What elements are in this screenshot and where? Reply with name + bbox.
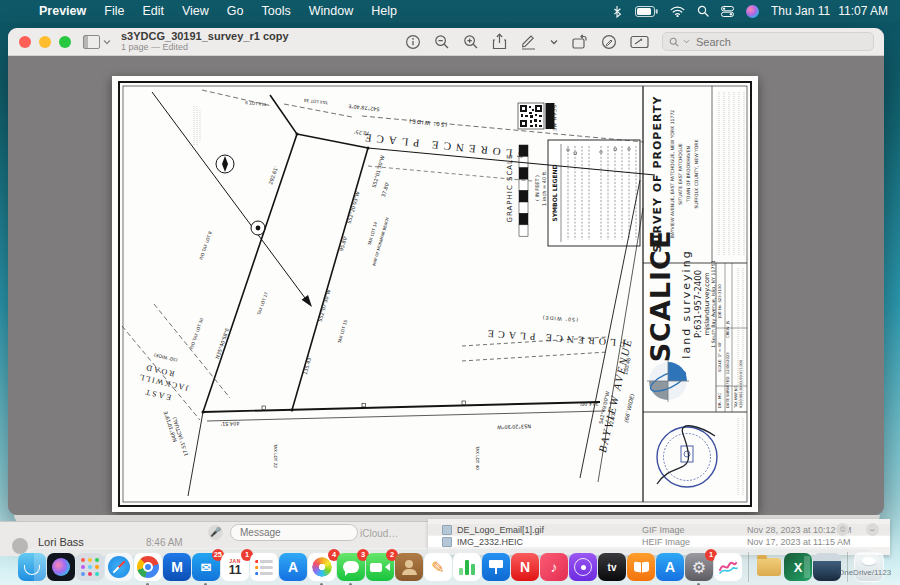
window-subtitle: 1 page — Edited <box>121 43 289 52</box>
menubar-clock[interactable]: 11:07 AM <box>838 4 888 18</box>
finder-row[interactable]: DE_Logo_Email[1].gif GIF Image Nov 28, 2… <box>428 524 890 535</box>
dock-icon-photos[interactable]: 4 <box>308 553 336 581</box>
dock-icon-settings[interactable]: ⚙1 <box>685 553 713 581</box>
dock-icon-launchpad[interactable] <box>76 553 104 581</box>
conversation-name[interactable]: Lori Bass <box>38 536 84 548</box>
control-center-icon[interactable] <box>721 6 734 17</box>
zoom-button[interactable] <box>59 36 71 48</box>
dictation-mic-icon[interactable]: 🎤 <box>208 525 223 540</box>
dock-icon-appstore-2[interactable]: A <box>656 553 684 581</box>
menu-view[interactable]: View <box>182 4 209 18</box>
dock-icon-reminders[interactable] <box>250 553 278 581</box>
dock-icon-freeform[interactable] <box>714 553 742 581</box>
share-button[interactable] <box>492 33 507 50</box>
job-no: JOB No. S23-3130 <box>717 284 722 319</box>
dock-icon-safari[interactable] <box>105 553 133 581</box>
zoom-out-button[interactable] <box>434 34 450 50</box>
dock-icon-calendar[interactable]: JAN111 <box>221 553 249 581</box>
dock-icon-chrome[interactable] <box>134 553 162 581</box>
dock-icon-tv[interactable]: tv <box>598 553 626 581</box>
drawn-by: DR.: MC <box>717 393 722 408</box>
dock-icon-appstore[interactable]: A <box>279 553 307 581</box>
dock-icon-podcasts[interactable] <box>569 553 597 581</box>
menu-app-name[interactable]: Preview <box>39 4 86 18</box>
dock-icon-numbers[interactable] <box>453 553 481 581</box>
siri-icon[interactable] <box>746 5 759 18</box>
dock-icon-malwarebytes[interactable]: M <box>163 553 191 581</box>
dock: M ✉25 JAN111 A 4 3 2 ✎ N ♪ tv A ⚙1 X <box>22 548 880 585</box>
highlight-button[interactable] <box>601 34 617 50</box>
survey-address-4: SUFFOLK COUNTY, NEW YORK <box>694 138 699 208</box>
dock-icon-news[interactable]: N <box>511 553 539 581</box>
bluetooth-icon[interactable] <box>611 5 623 18</box>
florence-top-width: (50' WIDE) <box>408 118 448 128</box>
florence-lower-width: (50' WIDE) <box>541 315 578 324</box>
dock-icon-mail[interactable]: ✉25 <box>192 553 220 581</box>
wifi-icon[interactable] <box>670 6 685 17</box>
sidebar-toggle[interactable] <box>83 35 111 49</box>
firm-name: SCALICE <box>645 230 676 363</box>
minimize-button[interactable] <box>39 36 51 48</box>
dock-icon-facetime[interactable]: 2 <box>366 553 394 581</box>
tax-map-no: 0200-982.80-03.00-017.000 <box>739 360 743 408</box>
icloud-status: iCloud… <box>360 528 398 539</box>
dock-separator <box>847 552 848 582</box>
east-road-name-east: EAST <box>143 387 172 402</box>
search-field[interactable] <box>662 32 874 51</box>
surveyor-seal <box>657 426 717 487</box>
qr-code: SCAN ME <box>518 103 557 132</box>
dock-icon-messages[interactable]: 3 <box>337 553 365 581</box>
menu-bar: Preview File Edit View Go Tools Window H… <box>0 0 900 22</box>
dock-icon-minimized-window[interactable] <box>813 553 841 581</box>
menu-edit[interactable]: Edit <box>142 4 164 18</box>
dock-icon-contacts[interactable] <box>395 553 423 581</box>
dock-icon-music[interactable]: ♪ <box>540 553 568 581</box>
east-road-width: (50' WIDE) <box>153 352 178 362</box>
lot-4: TAX LOT 17 <box>256 291 269 317</box>
menubar-date[interactable]: Thu Jan 11 <box>771 4 830 18</box>
search-input[interactable] <box>694 35 838 49</box>
window-title: s3YDCG_30191_survey_r1 copy <box>121 31 289 43</box>
dock-icon-books[interactable] <box>627 553 655 581</box>
dim-12: N53°20'30"W <box>497 423 531 430</box>
date-surveyed: DATE SURVEYED: 12/06/2023 <box>725 352 730 408</box>
spotlight-icon[interactable] <box>697 5 709 17</box>
desktop-label: OneDrive/1123 <box>838 568 891 577</box>
dock-icon-excel[interactable]: X <box>784 553 812 581</box>
firm-tagline: land surveying <box>680 249 693 358</box>
close-button[interactable] <box>19 36 31 48</box>
dock-icon-finder[interactable] <box>18 553 46 581</box>
menu-help[interactable]: Help <box>371 4 397 18</box>
dock-icon-siri[interactable] <box>47 553 75 581</box>
conversation-time: 8:46 AM <box>146 537 183 548</box>
document-page[interactable]: SURVEY OF PROPERTY BAYVIEW AVENUE, EAST … <box>112 76 758 512</box>
menu-file[interactable]: File <box>104 4 124 18</box>
dim-3: 292.61' <box>267 165 279 185</box>
qr-label: SCAN ME <box>552 105 557 132</box>
dock-icon-pages[interactable]: ✎ <box>424 553 452 581</box>
message-input-pill[interactable] <box>230 524 358 541</box>
circle-button-2[interactable]: ⌣ <box>866 523 879 536</box>
dock-icon-keynote[interactable] <box>482 553 510 581</box>
battery-icon[interactable] <box>635 6 658 17</box>
file-icon <box>442 525 452 535</box>
lot-9: TAX LOT 22 <box>273 443 278 468</box>
dock-icon-downloads-folder[interactable] <box>755 553 783 581</box>
survey-heading: SURVEY OF PROPERTY <box>651 96 664 253</box>
markup-button[interactable] <box>520 34 537 50</box>
menu-window[interactable]: Window <box>309 4 353 18</box>
info-button[interactable] <box>405 34 421 50</box>
circle-button-1[interactable]: ☺ <box>836 523 849 536</box>
file-icon <box>442 537 452 547</box>
dock-icon-trash[interactable] <box>854 552 884 582</box>
form-fill-button[interactable] <box>630 35 649 49</box>
legend-title: SYMBOL LEGEND <box>551 164 558 221</box>
finder-row[interactable]: IMG_2332.HEIC HEIF Image Nov 17, 2023 at… <box>428 536 890 547</box>
menu-go[interactable]: Go <box>227 4 244 18</box>
message-input[interactable] <box>238 526 332 539</box>
rotate-button[interactable] <box>571 34 588 50</box>
menu-tools[interactable]: Tools <box>262 4 291 18</box>
markup-chevron-icon[interactable] <box>550 39 558 45</box>
zoom-in-button[interactable] <box>463 34 479 50</box>
title-block: SURVEY OF PROPERTY BAYVIEW AVENUE, EAST … <box>643 86 747 502</box>
